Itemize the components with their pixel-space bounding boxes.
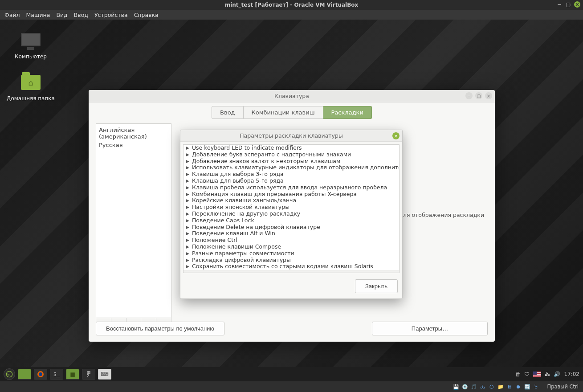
option-row[interactable]: ▶Положение Ctrl: [183, 237, 399, 244]
window-title: Клавиатура: [274, 93, 309, 99]
layout-item[interactable]: Английская (американская): [99, 126, 168, 141]
mint-logo-icon: lm: [6, 371, 13, 378]
expand-icon: ▶: [186, 204, 189, 211]
vbox-menu-machine[interactable]: Машина: [26, 12, 50, 18]
layouts-panel: Английская (американская) Русская + − ↑ …: [96, 123, 171, 331]
expand-icon: ▶: [186, 158, 189, 165]
start-menu-button[interactable]: lm: [4, 368, 15, 380]
vbox-optical-icon[interactable]: 💿: [462, 384, 468, 390]
option-row[interactable]: ▶Комбинация клавиш для прерывания работы…: [183, 191, 399, 198]
taskbar-item-firefox[interactable]: [34, 369, 47, 380]
expand-icon: ▶: [186, 191, 189, 198]
window-close-icon[interactable]: ×: [485, 92, 492, 99]
vbox-host-key: Правый Ctrl: [547, 384, 579, 390]
expand-icon: ▶: [186, 263, 189, 270]
vbox-menu-devices[interactable]: Устройства: [94, 12, 128, 18]
option-row[interactable]: ▶Поведение Caps Lock: [183, 217, 399, 224]
option-row[interactable]: ▶Использовать клавиатурные индикаторы дл…: [183, 164, 399, 171]
dialog-close-icon[interactable]: ×: [392, 132, 400, 139]
tab-layouts[interactable]: Раскладки: [323, 106, 372, 119]
option-label: Настройки японской клавиатуры: [192, 204, 289, 211]
window-titlebar[interactable]: Клавиатура − ▢ ×: [89, 90, 495, 102]
options-button[interactable]: Параметры…: [372, 322, 488, 335]
option-row[interactable]: ▶Настройки японской клавиатуры: [183, 204, 399, 211]
expand-icon: ▶: [186, 184, 189, 191]
expand-icon: ▶: [186, 257, 189, 264]
vbox-close-icon[interactable]: ×: [574, 1, 580, 8]
option-label: Клавиша для выбора 3-го ряда: [192, 171, 284, 178]
option-row[interactable]: ▶Поведение Delete на цифровой клавиатуре: [183, 224, 399, 231]
folder-home-icon: [21, 75, 41, 90]
option-row[interactable]: ▶Разные параметры совместимости: [183, 250, 399, 257]
tray-keyboard-layout-icon[interactable]: [533, 372, 541, 377]
desktop-icon-home[interactable]: Домашняя папка: [6, 73, 55, 102]
vbox-maximize-icon[interactable]: ▢: [565, 1, 571, 8]
close-button[interactable]: Закрыть: [355, 279, 398, 293]
tray-updates-icon[interactable]: 🗑: [515, 371, 521, 377]
option-row[interactable]: ▶Раскладка цифровой клавиатуры: [183, 257, 399, 264]
vbox-mouse-icon[interactable]: 🖱: [533, 384, 539, 390]
vbox-cpu-icon[interactable]: 🔄: [524, 384, 530, 390]
dialog-titlebar[interactable]: Параметры раскладки клавиатуры ×: [180, 130, 402, 142]
layout-options-dialog: Параметры раскладки клавиатуры × ▶Use ke…: [180, 130, 403, 299]
vbox-usb-icon[interactable]: ⬡: [489, 384, 495, 390]
option-row[interactable]: ▶Клавиша для выбора 5-го ряда: [183, 178, 399, 184]
tab-typing[interactable]: Ввод: [212, 106, 244, 119]
option-row[interactable]: ▶Добавление знаков валют к некоторым кла…: [183, 158, 399, 165]
option-row[interactable]: ▶Положение клавиши Compose: [183, 244, 399, 250]
option-label: Разные параметры совместимости: [192, 250, 294, 257]
taskbar-item-files[interactable]: ▆: [66, 369, 79, 380]
option-label: Клавиша для выбора 5-го ряда: [192, 178, 284, 184]
computer-icon: [21, 33, 41, 46]
option-row[interactable]: ▶Поведение клавиш Alt и Win: [183, 230, 399, 237]
desktop-icon-label: Компьютер: [6, 53, 55, 60]
tab-shortcuts[interactable]: Комбинации клавиш: [244, 106, 323, 119]
layouts-list[interactable]: Английская (американская) Русская: [96, 123, 171, 318]
vbox-network-icon[interactable]: 🖧: [480, 384, 486, 390]
option-label: Корейские клавиши хангыль/ханча: [192, 197, 296, 204]
option-row[interactable]: ▶Use keyboard LED to indicate modifiers: [183, 145, 399, 151]
option-row[interactable]: ▶Клавиша для выбора 3-го ряда: [183, 171, 399, 178]
vbox-shared-folder-icon[interactable]: 📁: [497, 384, 504, 390]
expand-icon: ▶: [186, 164, 189, 171]
expand-icon: ▶: [186, 224, 189, 231]
taskbar-item-terminal[interactable]: $_: [50, 369, 63, 380]
vbox-display-icon[interactable]: 🖥: [506, 384, 513, 390]
tray-clock[interactable]: 17:02: [564, 371, 579, 377]
option-row[interactable]: ▶Переключение на другую раскладку: [183, 211, 399, 217]
taskbar-item-keyboard-settings[interactable]: ⌨: [98, 369, 111, 380]
option-label: Use keyboard LED to indicate modifiers: [192, 145, 302, 151]
restore-defaults-button[interactable]: Восстановить параметры по умолчанию: [96, 322, 224, 335]
expand-icon: ▶: [186, 217, 189, 224]
layout-item[interactable]: Русская: [99, 141, 168, 149]
vbox-hdd-icon[interactable]: 💾: [453, 384, 459, 390]
vbox-recording-icon[interactable]: ⏺: [515, 384, 522, 390]
vbox-menu-help[interactable]: Справка: [134, 12, 159, 18]
option-label: Добавление знаков валют к некоторым клав…: [192, 158, 341, 165]
expand-icon: ▶: [186, 211, 189, 217]
option-label: Переключение на другую раскладку: [192, 211, 300, 217]
taskbar-item-workspaces[interactable]: ▦2: [82, 369, 95, 380]
vbox-menu-view[interactable]: Вид: [56, 12, 67, 18]
window-minimize-icon[interactable]: −: [465, 92, 473, 99]
vbox-audio-icon[interactable]: 🎵: [471, 384, 477, 390]
tray-volume-icon[interactable]: 🔊: [554, 371, 560, 377]
tray-shield-icon[interactable]: 🛡: [524, 371, 530, 377]
option-row[interactable]: ▶Клавиша пробела используется для ввода …: [183, 184, 399, 191]
desktop-icon-computer[interactable]: Компьютер: [6, 33, 55, 60]
vbox-title: mint_test [Работает] - Oracle VM Virtual…: [225, 2, 359, 8]
option-row[interactable]: ▶Добавление букв эсперанто с надстрочным…: [183, 151, 399, 158]
expand-icon: ▶: [186, 178, 189, 184]
vbox-menu-file[interactable]: Файл: [4, 12, 20, 18]
tabs: Ввод Комбинации клавиш Раскладки: [89, 106, 495, 119]
expand-icon: ▶: [186, 244, 189, 250]
window-maximize-icon[interactable]: ▢: [475, 92, 482, 99]
option-label: Поведение клавиш Alt и Win: [192, 230, 275, 237]
option-list[interactable]: ▶Use keyboard LED to indicate modifiers▶…: [183, 144, 400, 273]
vbox-minimize-icon[interactable]: −: [556, 1, 563, 8]
vbox-menu-input[interactable]: Ввод: [74, 12, 88, 18]
taskbar-item-show-desktop[interactable]: [18, 369, 31, 380]
option-row[interactable]: ▶Сохранить совместимость со старыми кода…: [183, 263, 399, 270]
option-row[interactable]: ▶Корейские клавиши хангыль/ханча: [183, 197, 399, 204]
tray-network-icon[interactable]: 🖧: [545, 371, 550, 377]
